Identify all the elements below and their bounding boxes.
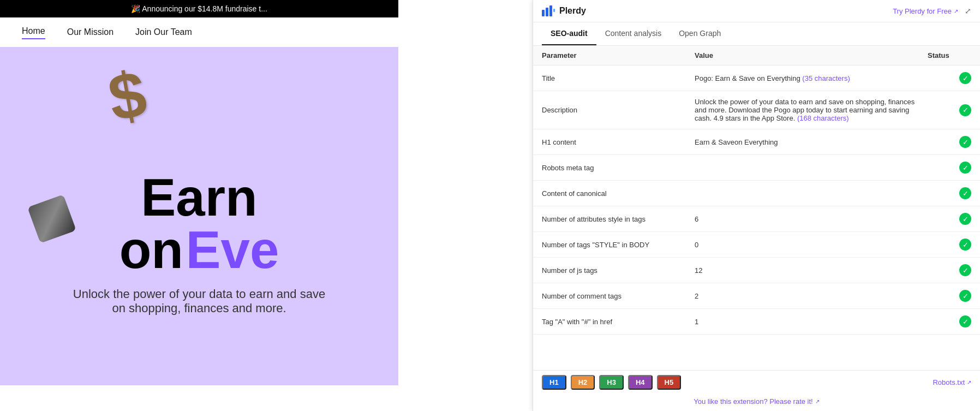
check-icon: ✓	[959, 239, 971, 251]
check-icon: ✓	[959, 162, 971, 174]
plerdy-panel: Plerdy Try Plerdy for Free ↗ ⤢ SEO-audit…	[533, 0, 980, 411]
table-row: Description Unlock the power of your dat…	[533, 91, 980, 129]
check-icon: ✓	[959, 290, 971, 302]
table-row: Tag "A" with "#" in href 1 ✓	[533, 309, 980, 335]
table-row: Number of attributes style in tags 6 ✓	[533, 206, 980, 232]
param-comment-tags: Number of comment tags	[542, 292, 695, 300]
table-row: Number of js tags 12 ✓	[533, 258, 980, 283]
value-comment-tags: 2	[695, 292, 928, 300]
tab-seo-audit[interactable]: SEO-audit	[542, 22, 596, 45]
value-description: Unlock the power of your data to earn an…	[695, 98, 928, 122]
value-h1: Earn & Saveon Everything	[695, 138, 928, 146]
hero-section: $ Earn on Eve Unlock the power of your d…	[0, 47, 398, 385]
cube-decoration	[27, 194, 76, 243]
audit-table: Parameter Value Status Title Pogo: Earn …	[533, 46, 980, 370]
hero-on: on	[119, 221, 183, 279]
robots-link[interactable]: Robots.txt ↗	[933, 378, 971, 386]
panel-footer: H1 H2 H3 H4 H5 Robots.txt ↗ You like thi…	[533, 370, 980, 411]
status-title: ✓	[928, 72, 971, 84]
h1-tab[interactable]: H1	[542, 375, 566, 390]
dollar-sign-decoration: $	[103, 55, 152, 135]
hero-earn: Earn	[119, 171, 279, 224]
table-header: Parameter Value Status	[533, 46, 980, 65]
try-plerdy-link[interactable]: Try Plerdy for Free ↗	[893, 7, 958, 15]
plerdy-logo: Plerdy	[542, 5, 586, 16]
svg-rect-0	[542, 10, 545, 16]
status-h1: ✓	[928, 136, 971, 148]
rate-link[interactable]: You like this extension? Please rate it!…	[694, 397, 820, 406]
nav-join[interactable]: Join Our Team	[135, 27, 192, 37]
status-attr-style: ✓	[928, 213, 971, 225]
h3-tab[interactable]: H3	[599, 375, 624, 390]
hero-text: Earn on Eve	[119, 171, 279, 276]
navigation: Home Our Mission Join Our Team	[0, 17, 398, 47]
table-row: Robots meta tag ✓	[533, 155, 980, 181]
check-icon: ✓	[959, 104, 971, 116]
table-row: Title Pogo: Earn & Save on Everything (3…	[533, 65, 980, 91]
value-title: Pogo: Earn & Save on Everything (35 char…	[695, 74, 928, 82]
status-description: ✓	[928, 104, 971, 116]
status-tag-a: ✓	[928, 315, 971, 327]
header-status: Status	[928, 51, 971, 59]
plerdy-tabs: SEO-audit Content analysis Open Graph	[533, 22, 980, 46]
param-js-tags: Number of js tags	[542, 266, 695, 275]
hero-eve: Eve	[186, 221, 279, 279]
nav-mission[interactable]: Our Mission	[67, 27, 113, 37]
status-js-tags: ✓	[928, 264, 971, 276]
plerdy-logo-text: Plerdy	[559, 6, 586, 16]
announcement-bar: 🎉 Announcing our $14.8M fundraise t...	[0, 0, 398, 17]
external-icon: ↗	[967, 379, 971, 385]
h2-tab[interactable]: H2	[571, 375, 595, 390]
external-link-icon: ↗	[815, 398, 820, 404]
expand-icon[interactable]: ⤢	[965, 7, 971, 15]
svg-rect-2	[549, 5, 552, 16]
rate-link-row: You like this extension? Please rate it!…	[542, 394, 971, 407]
param-attr-style: Number of attributes style in tags	[542, 215, 695, 223]
external-link-icon: ↗	[954, 8, 958, 14]
plerdy-header: Plerdy Try Plerdy for Free ↗ ⤢	[533, 0, 980, 22]
check-icon: ✓	[959, 315, 971, 327]
plerdy-logo-icon	[542, 5, 555, 16]
header-parameter: Parameter	[542, 51, 695, 59]
param-description: Description	[542, 106, 695, 114]
table-row: H1 content Earn & Saveon Everything ✓	[533, 129, 980, 155]
check-icon: ✓	[959, 72, 971, 84]
table-row: Number of tags "STYLE" in BODY 0 ✓	[533, 232, 980, 258]
value-style-body: 0	[695, 241, 928, 249]
status-canonical: ✓	[928, 187, 971, 199]
h4-tab[interactable]: H4	[628, 375, 653, 390]
check-icon: ✓	[959, 264, 971, 276]
value-js-tags: 12	[695, 266, 928, 275]
param-style-body: Number of tags "STYLE" in BODY	[542, 241, 695, 249]
status-robots: ✓	[928, 162, 971, 174]
status-comment-tags: ✓	[928, 290, 971, 302]
svg-rect-1	[546, 8, 548, 16]
website-background: 🎉 Announcing our $14.8M fundraise t... H…	[0, 0, 398, 411]
status-style-body: ✓	[928, 239, 971, 251]
header-value: Value	[695, 51, 928, 59]
plerdy-header-right: Try Plerdy for Free ↗ ⤢	[893, 7, 971, 15]
nav-home[interactable]: Home	[22, 26, 45, 38]
param-canonical: Content of canonical	[542, 189, 695, 198]
check-icon: ✓	[959, 187, 971, 199]
hero-on-eve: on Eve	[119, 224, 279, 276]
table-row: Content of canonical ✓	[533, 181, 980, 206]
hero-subtitle: Unlock the power of your data to earn an…	[73, 287, 325, 315]
value-tag-a: 1	[695, 318, 928, 326]
check-icon: ✓	[959, 213, 971, 225]
tab-open-graph[interactable]: Open Graph	[670, 22, 730, 45]
check-icon: ✓	[959, 136, 971, 148]
svg-rect-3	[553, 9, 555, 12]
heading-tabs: H1 H2 H3 H4 H5	[542, 375, 681, 390]
tab-content-analysis[interactable]: Content analysis	[596, 22, 671, 45]
char-count-title: (35 characters)	[802, 74, 850, 82]
param-tag-a: Tag "A" with "#" in href	[542, 318, 695, 326]
param-title: Title	[542, 74, 695, 82]
h5-tab[interactable]: H5	[657, 375, 682, 390]
param-h1: H1 content	[542, 138, 695, 146]
param-robots: Robots meta tag	[542, 164, 695, 172]
table-row: Number of comment tags 2 ✓	[533, 283, 980, 309]
char-count-description: (168 characters)	[797, 114, 849, 122]
value-attr-style: 6	[695, 215, 928, 223]
announcement-text: 🎉 Announcing our $14.8M fundraise t...	[131, 4, 267, 13]
